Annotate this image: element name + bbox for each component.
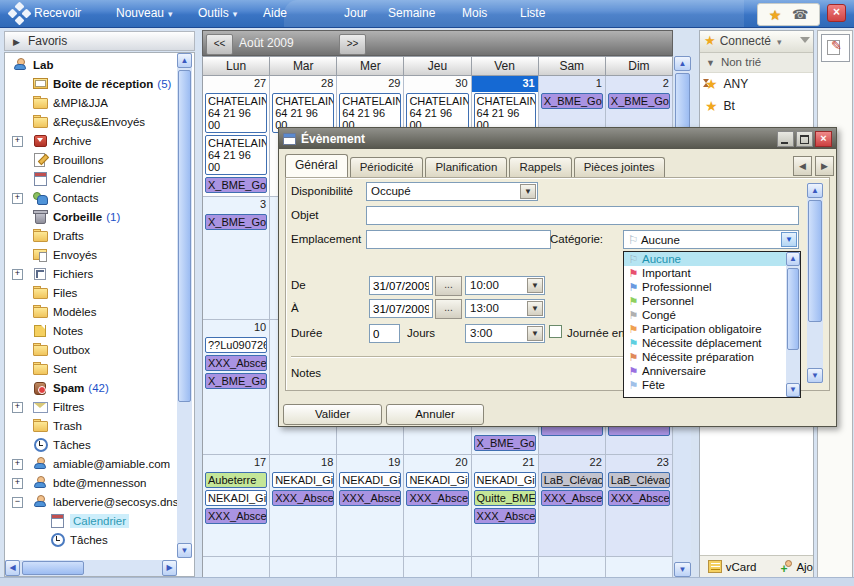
- calendar-event[interactable]: XXX_Absce_: [474, 508, 536, 524]
- calendar-event[interactable]: NEKADI_GitC: [474, 472, 536, 488]
- objet-input[interactable]: [366, 206, 799, 225]
- calendar-event[interactable]: NEKADI_GitC: [272, 472, 334, 488]
- day-cell[interactable]: [539, 557, 606, 577]
- calendar-event[interactable]: NEKADI_GitC: [339, 472, 401, 488]
- expand-plus-icon[interactable]: +: [12, 459, 23, 470]
- a-time-select[interactable]: 13:00▼: [465, 299, 545, 318]
- star-icon[interactable]: ★: [769, 7, 782, 23]
- favoris-header[interactable]: ▶Favoris: [4, 31, 195, 51]
- view-tab-liste[interactable]: Liste: [520, 0, 545, 27]
- tab-rappels[interactable]: Rappels: [509, 157, 571, 177]
- option-necessite-deplacement[interactable]: ⚑Nécessite déplacement: [624, 336, 800, 350]
- option-aucune[interactable]: ⚐Aucune: [624, 252, 800, 266]
- de-date-picker-button[interactable]: ...: [435, 276, 462, 296]
- tab-periodicite[interactable]: Périodicité: [350, 157, 424, 177]
- emplacement-input[interactable]: [366, 230, 551, 249]
- sidebar-item-archive[interactable]: +Archive: [5, 131, 177, 150]
- scroll-down-icon[interactable]: ▼: [807, 368, 823, 383]
- calendar-event[interactable]: Quitte_BME: [474, 490, 536, 506]
- calendar-event[interactable]: Aubeterre: [205, 472, 267, 488]
- window-close-button[interactable]: ×: [827, 4, 846, 22]
- dropdown-scrollbar[interactable]: ▲ ▼: [786, 252, 800, 397]
- day-cell-22[interactable]: 22 LaB_Clévaca XXX_Absce_: [539, 455, 606, 557]
- filter-icon[interactable]: [800, 37, 810, 43]
- calendar-event[interactable]: XXX_Absce_: [608, 490, 670, 506]
- day-cell-18[interactable]: 18 NEKADI_GitC XXX_Absce_: [270, 455, 337, 557]
- sidebar-item-bdte[interactable]: +bdte@mennesson: [5, 473, 177, 492]
- a-date-picker-button[interactable]: ...: [435, 299, 462, 319]
- day-cell[interactable]: [472, 557, 539, 577]
- calendar-event[interactable]: NEKADI_GitC: [406, 472, 468, 488]
- sidebar-item-taches[interactable]: Tâches: [5, 435, 177, 454]
- phone-icon[interactable]: ☎: [792, 7, 808, 22]
- expand-plus-icon[interactable]: +: [12, 269, 23, 280]
- scroll-up-icon[interactable]: ▲: [786, 252, 800, 266]
- sidebar-item-files[interactable]: Files: [5, 283, 177, 302]
- option-participation-obligatoire[interactable]: ⚑Participation obligatoire: [624, 322, 800, 336]
- calendar-event[interactable]: CHATELAIN_64 21 9600: [205, 135, 267, 175]
- close-button[interactable]: ×: [815, 131, 832, 147]
- categorie-select[interactable]: ⚐ Aucune▼: [623, 230, 799, 249]
- calendar-event[interactable]: XXX_Absce_: [205, 355, 267, 371]
- edit-note-button[interactable]: ✎: [821, 34, 850, 62]
- scrollbar-thumb[interactable]: [808, 200, 822, 322]
- option-necessite-preparation[interactable]: ⚑Nécessite préparation: [624, 350, 800, 364]
- option-important[interactable]: ⚑Important: [624, 266, 800, 280]
- day-cell-27[interactable]: 27 CHATELAIN_64 21 9600 CHATELAIN_64 21 …: [203, 76, 270, 197]
- calendar-event[interactable]: NEKADI_GitC: [205, 490, 267, 506]
- sidebar-item-corbeille[interactable]: Corbeille(1): [5, 207, 177, 226]
- sidebar-item-lab[interactable]: Lab: [5, 55, 177, 74]
- scroll-up-icon[interactable]: ▲: [807, 183, 823, 198]
- option-conge[interactable]: ⚑Congé: [624, 308, 800, 322]
- annuler-button[interactable]: Annuler: [386, 404, 484, 425]
- scroll-down-icon[interactable]: ▼: [177, 543, 192, 558]
- option-professionnel[interactable]: ⚑Professionnel: [624, 280, 800, 294]
- sidebar-item-contacts[interactable]: +Contacts: [5, 188, 177, 207]
- day-cell-23[interactable]: 23 LaB_Clévaca XXX_Absce_: [606, 455, 673, 557]
- sidebar-item-mpi-jja[interactable]: &MPI&JJA: [5, 93, 177, 112]
- contacts-group-header[interactable]: ▼Non trié: [700, 53, 813, 73]
- disponibilite-select[interactable]: Occupé▼: [366, 182, 538, 201]
- de-date-input[interactable]: [369, 276, 433, 295]
- minimize-button[interactable]: [777, 131, 794, 147]
- menu-recevoir[interactable]: Recevoir: [34, 0, 81, 27]
- calendar-event[interactable]: XXX_Absce_: [272, 490, 334, 506]
- option-fete[interactable]: ⚑Fête: [624, 378, 800, 392]
- sidebar-item-amiable[interactable]: +amiable@amiable.com: [5, 454, 177, 473]
- sidebar-item-envoyes[interactable]: Envoyés: [5, 245, 177, 264]
- day-cell-10[interactable]: 10 ??Lu090726_ XXX_Absce_ X_BME_Gous: [203, 320, 270, 455]
- sidebar-item-outbox[interactable]: Outbox: [5, 340, 177, 359]
- calendar-event[interactable]: XXX_Absce_: [339, 490, 401, 506]
- sidebar-item-sent[interactable]: Sent: [5, 359, 177, 378]
- tab-scroll-right-button[interactable]: ▶: [815, 156, 834, 176]
- a-date-input[interactable]: [369, 299, 433, 318]
- calendar-event[interactable]: X_BME_Gous: [474, 435, 536, 451]
- day-cell-19[interactable]: 19 NEKADI_GitC XXX_Absce_: [337, 455, 404, 557]
- day-cell[interactable]: [404, 557, 471, 577]
- next-month-button[interactable]: >>: [339, 34, 366, 55]
- dialog-titlebar[interactable]: Évènement ×: [279, 128, 836, 149]
- scrollbar-thumb[interactable]: [178, 70, 191, 402]
- calendar-event[interactable]: ??Lu090726_: [205, 337, 267, 353]
- calendar-event[interactable]: XXX_Absce_: [205, 508, 267, 524]
- menu-aide[interactable]: Aide: [263, 0, 287, 27]
- add-contact-button[interactable]: Ajo: [796, 561, 813, 573]
- duree-time-select[interactable]: 3:00▼: [465, 324, 545, 343]
- expand-plus-icon[interactable]: +: [12, 136, 23, 147]
- expand-plus-icon[interactable]: +: [12, 478, 23, 489]
- sidebar-item-fichiers[interactable]: +Fichiers: [5, 264, 177, 283]
- valider-button[interactable]: Valider: [283, 404, 382, 425]
- view-tab-semaine[interactable]: Semaine: [388, 0, 435, 27]
- sidebar-item-taches-account[interactable]: Tâches: [5, 530, 177, 549]
- scroll-down-icon[interactable]: ▼: [674, 562, 691, 577]
- calendar-event[interactable]: X_BME_Gous: [608, 93, 670, 109]
- contact-item-any[interactable]: ★ANY: [700, 73, 813, 95]
- contacts-panel-header[interactable]: ★Connecté▾: [700, 31, 813, 53]
- sidebar-item-trash[interactable]: Trash: [5, 416, 177, 435]
- day-cell[interactable]: [337, 557, 404, 577]
- expand-plus-icon[interactable]: +: [12, 402, 23, 413]
- sidebar-item-calendrier-account[interactable]: Calendrier: [5, 511, 177, 530]
- calendar-event[interactable]: X_BME_Gous: [541, 93, 603, 109]
- option-personnel[interactable]: ⚑Personnel: [624, 294, 800, 308]
- option-anniversaire[interactable]: ⚑Anniversaire: [624, 364, 800, 378]
